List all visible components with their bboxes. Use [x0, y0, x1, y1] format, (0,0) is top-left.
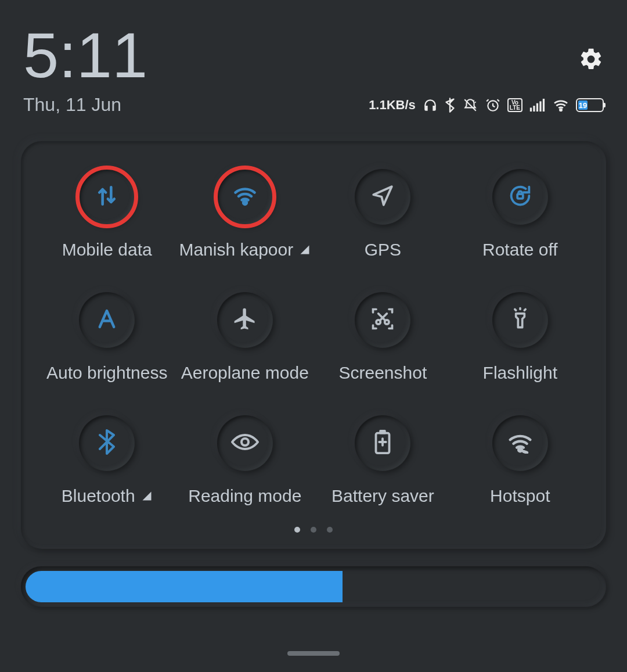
header-left: 5:11 Thu, 11 Jun [23, 23, 147, 116]
svg-rect-1 [530, 107, 532, 112]
chevron-icon [141, 490, 153, 502]
flashlight-button[interactable] [492, 292, 548, 348]
svg-point-6 [560, 109, 561, 111]
silent-icon [462, 98, 478, 113]
reading-button[interactable] [217, 415, 273, 471]
gps-button[interactable] [355, 169, 410, 225]
airplane-icon [232, 306, 258, 334]
rotate-button[interactable] [492, 169, 548, 225]
tile-wifi: Manish kapoor [179, 169, 311, 260]
svg-rect-5 [543, 99, 545, 112]
tile-battery-saver: Battery saver [318, 415, 448, 506]
svg-rect-3 [536, 103, 538, 112]
data-arrows-icon [94, 183, 120, 211]
gear-icon [578, 46, 604, 72]
hotspot-icon [507, 430, 534, 456]
date-label: Thu, 11 Jun [23, 94, 147, 116]
tile-rotate: Rotate off [455, 169, 585, 260]
settings-button[interactable] [578, 46, 604, 74]
clock-time: 5:11 [23, 23, 147, 87]
svg-rect-4 [539, 101, 541, 112]
battery-fill: 19 [578, 100, 588, 110]
wifi-status-icon [553, 99, 569, 112]
pagination-dots[interactable] [42, 527, 585, 533]
battery-saver-button[interactable] [355, 415, 410, 471]
svg-point-13 [518, 448, 522, 452]
quick-settings-panel: Mobile data Manish kapoor GPS Rotate off… [21, 141, 606, 549]
brightness-fill [26, 571, 343, 602]
scissors-box-icon [370, 306, 395, 334]
network-speed: 1.1KB/s [369, 98, 416, 113]
volte-icon: VoLTE [507, 98, 522, 112]
header: 5:11 Thu, 11 Jun 1.1KB/s VoLTE 19 [0, 0, 627, 127]
wifi-icon [232, 183, 258, 211]
flashlight-icon [507, 306, 533, 334]
svg-point-11 [242, 439, 248, 445]
svg-rect-2 [533, 106, 535, 112]
battery-indicator: 19 [576, 98, 604, 112]
aeroplane-label: Aeroplane mode [181, 363, 309, 383]
battery-saver-label: Battery saver [331, 486, 434, 506]
bluetooth-label: Bluetooth [62, 486, 153, 506]
gps-label: GPS [365, 240, 401, 260]
letter-a-icon [95, 307, 119, 333]
reading-label: Reading mode [188, 486, 301, 506]
eye-icon [231, 432, 259, 454]
auto-brightness-label: Auto brightness [46, 363, 167, 383]
tile-bluetooth: Bluetooth [42, 415, 172, 506]
chevron-icon [299, 244, 311, 256]
wifi-label: Manish kapoor [179, 240, 311, 260]
aeroplane-button[interactable] [217, 292, 273, 348]
mobile-data-button[interactable] [79, 169, 135, 225]
page-dot[interactable] [294, 527, 300, 533]
location-icon [370, 184, 395, 210]
hotspot-button[interactable] [492, 415, 548, 471]
tile-auto-brightness: Auto brightness [42, 292, 172, 383]
tile-hotspot: Hotspot [455, 415, 585, 506]
bluetooth-button[interactable] [79, 415, 135, 471]
tiles-grid: Mobile data Manish kapoor GPS Rotate off… [42, 169, 585, 506]
tile-reading: Reading mode [179, 415, 311, 506]
screenshot-label: Screenshot [339, 363, 427, 383]
screenshot-button[interactable] [355, 292, 410, 348]
tile-mobile-data: Mobile data [42, 169, 172, 260]
bluetooth-status-icon [445, 98, 455, 113]
auto-brightness-button[interactable] [79, 292, 135, 348]
tile-gps: GPS [318, 169, 448, 260]
rotate-label: Rotate off [482, 240, 558, 260]
page-dot[interactable] [311, 527, 316, 533]
alarm-icon [485, 98, 500, 113]
mobile-data-label: Mobile data [62, 240, 152, 260]
battery-plus-icon [372, 429, 393, 458]
tile-flashlight: Flashlight [455, 292, 585, 383]
nav-handle[interactable] [287, 651, 340, 656]
header-right: 1.1KB/s VoLTE 19 [369, 23, 604, 116]
flashlight-label: Flashlight [483, 363, 557, 383]
page-dot[interactable] [327, 527, 333, 533]
tile-aeroplane: Aeroplane mode [179, 292, 311, 383]
brightness-slider[interactable] [21, 566, 606, 607]
bluetooth-icon [96, 429, 118, 457]
hotspot-label: Hotspot [490, 486, 550, 506]
signal-icon [529, 99, 546, 112]
headphones-icon [423, 98, 438, 113]
status-bar: 1.1KB/s VoLTE 19 [369, 98, 604, 113]
tile-screenshot: Screenshot [318, 292, 448, 383]
svg-point-7 [243, 201, 247, 204]
wifi-button[interactable] [217, 169, 273, 225]
rotate-lock-icon [507, 182, 534, 211]
